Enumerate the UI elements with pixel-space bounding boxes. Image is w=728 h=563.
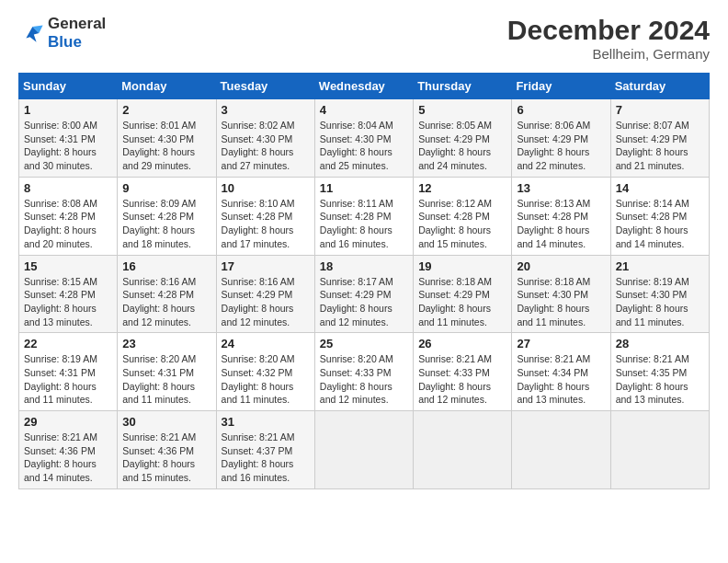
day-number: 3 [222,103,310,117]
calendar-body: 1 Sunrise: 8:00 AMSunset: 4:31 PMDayligh… [19,99,710,489]
day-info: Sunrise: 8:21 AMSunset: 4:35 PMDaylight:… [616,353,689,405]
day-number: 5 [418,103,506,117]
day-info: Sunrise: 8:16 AMSunset: 4:28 PMDaylight:… [122,276,196,327]
calendar-cell: 29 Sunrise: 8:21 AMSunset: 4:36 PMDaylig… [19,411,118,489]
day-number: 28 [616,337,704,350]
calendar-week-row: 15 Sunrise: 8:15 AMSunset: 4:28 PMDaylig… [19,255,710,333]
logo: General Blue [18,15,106,51]
calendar-header-row: SundayMondayTuesdayWednesdayThursdayFrid… [19,74,710,99]
day-info: Sunrise: 8:08 AMSunset: 4:28 PMDaylight:… [24,198,97,249]
calendar-header-saturday: Saturday [610,74,709,99]
day-info: Sunrise: 8:21 AMSunset: 4:37 PMDaylight:… [222,431,295,483]
day-number: 17 [222,259,310,273]
day-number: 20 [517,259,605,273]
day-info: Sunrise: 8:01 AMSunset: 4:30 PMDaylight:… [122,120,196,171]
calendar-week-row: 29 Sunrise: 8:21 AMSunset: 4:36 PMDaylig… [19,411,710,489]
calendar-cell [314,411,413,489]
calendar-cell: 30 Sunrise: 8:21 AMSunset: 4:36 PMDaylig… [118,411,216,489]
calendar-cell: 28 Sunrise: 8:21 AMSunset: 4:35 PMDaylig… [610,333,709,411]
day-number: 30 [122,415,210,429]
day-info: Sunrise: 8:16 AMSunset: 4:29 PMDaylight:… [222,276,295,327]
day-info: Sunrise: 8:21 AMSunset: 4:34 PMDaylight:… [517,353,590,405]
day-number: 31 [222,415,310,429]
day-number: 18 [320,259,408,273]
day-info: Sunrise: 8:21 AMSunset: 4:36 PMDaylight:… [24,431,97,483]
day-info: Sunrise: 8:20 AMSunset: 4:33 PMDaylight:… [320,353,393,405]
day-number: 12 [418,181,506,195]
calendar-cell: 6 Sunrise: 8:06 AMSunset: 4:29 PMDayligh… [512,99,610,178]
day-info: Sunrise: 8:05 AMSunset: 4:29 PMDaylight:… [418,120,492,171]
calendar-header-monday: Monday [118,74,216,99]
day-number: 2 [122,103,210,117]
page-header: General Blue December 2024 Bellheim, Ger… [18,15,710,62]
day-number: 13 [517,181,605,195]
day-number: 29 [24,415,112,429]
calendar-cell: 17 Sunrise: 8:16 AMSunset: 4:29 PMDaylig… [216,255,314,333]
calendar-header-thursday: Thursday [414,74,512,99]
location-title: Bellheim, Germany [507,46,710,62]
day-number: 8 [24,181,112,195]
calendar-cell: 1 Sunrise: 8:00 AMSunset: 4:31 PMDayligh… [19,99,118,178]
calendar-cell: 18 Sunrise: 8:17 AMSunset: 4:29 PMDaylig… [314,255,413,333]
calendar-cell: 14 Sunrise: 8:14 AMSunset: 4:28 PMDaylig… [610,177,709,255]
calendar-table: SundayMondayTuesdayWednesdayThursdayFrid… [18,73,710,489]
day-info: Sunrise: 8:14 AMSunset: 4:28 PMDaylight:… [616,198,689,249]
day-number: 11 [320,181,408,195]
calendar-cell: 21 Sunrise: 8:19 AMSunset: 4:30 PMDaylig… [610,255,709,333]
calendar-cell: 23 Sunrise: 8:20 AMSunset: 4:31 PMDaylig… [118,333,216,411]
day-number: 22 [24,337,112,350]
day-number: 19 [418,259,506,273]
day-number: 14 [616,181,704,195]
calendar-week-row: 22 Sunrise: 8:19 AMSunset: 4:31 PMDaylig… [19,333,710,411]
day-info: Sunrise: 8:02 AMSunset: 4:30 PMDaylight:… [222,120,295,171]
calendar-cell: 24 Sunrise: 8:20 AMSunset: 4:32 PMDaylig… [216,333,314,411]
calendar-cell: 31 Sunrise: 8:21 AMSunset: 4:37 PMDaylig… [216,411,314,489]
day-number: 1 [24,103,112,117]
calendar-cell: 25 Sunrise: 8:20 AMSunset: 4:33 PMDaylig… [314,333,413,411]
calendar-cell: 5 Sunrise: 8:05 AMSunset: 4:29 PMDayligh… [414,99,512,178]
calendar-header-friday: Friday [512,74,610,99]
calendar-cell: 19 Sunrise: 8:18 AMSunset: 4:29 PMDaylig… [414,255,512,333]
calendar-cell [414,411,512,489]
calendar-cell: 11 Sunrise: 8:11 AMSunset: 4:28 PMDaylig… [314,177,413,255]
day-info: Sunrise: 8:21 AMSunset: 4:33 PMDaylight:… [418,353,492,405]
day-info: Sunrise: 8:13 AMSunset: 4:28 PMDaylight:… [517,198,590,249]
day-info: Sunrise: 8:07 AMSunset: 4:29 PMDaylight:… [616,120,689,171]
calendar-cell: 4 Sunrise: 8:04 AMSunset: 4:30 PMDayligh… [314,99,413,178]
calendar-cell [610,411,709,489]
logo-icon [18,20,44,46]
calendar-cell: 8 Sunrise: 8:08 AMSunset: 4:28 PMDayligh… [19,177,118,255]
calendar-header-sunday: Sunday [19,74,118,99]
day-info: Sunrise: 8:11 AMSunset: 4:28 PMDaylight:… [320,198,393,249]
title-block: December 2024 Bellheim, Germany [507,15,710,62]
day-number: 15 [24,259,112,273]
day-info: Sunrise: 8:10 AMSunset: 4:28 PMDaylight:… [222,198,295,249]
calendar-cell: 16 Sunrise: 8:16 AMSunset: 4:28 PMDaylig… [118,255,216,333]
calendar-cell: 15 Sunrise: 8:15 AMSunset: 4:28 PMDaylig… [19,255,118,333]
day-info: Sunrise: 8:04 AMSunset: 4:30 PMDaylight:… [320,120,393,171]
calendar-header-wednesday: Wednesday [314,74,413,99]
day-number: 25 [320,337,408,350]
calendar-header-tuesday: Tuesday [216,74,314,99]
calendar-cell: 10 Sunrise: 8:10 AMSunset: 4:28 PMDaylig… [216,177,314,255]
calendar-cell: 22 Sunrise: 8:19 AMSunset: 4:31 PMDaylig… [19,333,118,411]
calendar-cell: 12 Sunrise: 8:12 AMSunset: 4:28 PMDaylig… [414,177,512,255]
day-info: Sunrise: 8:19 AMSunset: 4:30 PMDaylight:… [616,276,689,327]
calendar-cell [512,411,610,489]
day-info: Sunrise: 8:20 AMSunset: 4:31 PMDaylight:… [122,353,196,405]
day-info: Sunrise: 8:17 AMSunset: 4:29 PMDaylight:… [320,276,393,327]
calendar-cell: 9 Sunrise: 8:09 AMSunset: 4:28 PMDayligh… [118,177,216,255]
day-number: 27 [517,337,605,350]
calendar-cell: 2 Sunrise: 8:01 AMSunset: 4:30 PMDayligh… [118,99,216,178]
day-number: 26 [418,337,506,350]
day-number: 7 [616,103,704,117]
day-info: Sunrise: 8:15 AMSunset: 4:28 PMDaylight:… [24,276,97,327]
day-info: Sunrise: 8:06 AMSunset: 4:29 PMDaylight:… [517,120,590,171]
calendar-week-row: 1 Sunrise: 8:00 AMSunset: 4:31 PMDayligh… [19,99,710,178]
day-number: 9 [122,181,210,195]
day-number: 6 [517,103,605,117]
day-number: 4 [320,103,408,117]
day-info: Sunrise: 8:19 AMSunset: 4:31 PMDaylight:… [24,353,97,405]
calendar-cell: 13 Sunrise: 8:13 AMSunset: 4:28 PMDaylig… [512,177,610,255]
day-number: 21 [616,259,704,273]
